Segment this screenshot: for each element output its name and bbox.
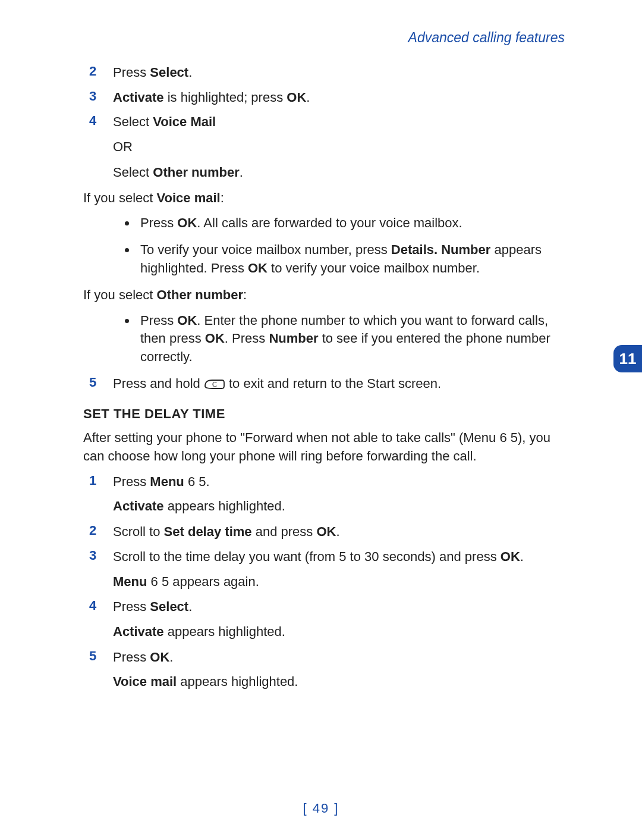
step-5-exit: 5 Press and hold C to exit and return to… bbox=[83, 375, 571, 393]
step-number: 4 bbox=[83, 113, 113, 128]
numbered-step: 2Scroll to Set delay time and press OK. bbox=[83, 523, 571, 541]
step-text: Press Menu 6 5. bbox=[113, 473, 571, 491]
step-number: 3 bbox=[83, 548, 113, 563]
c-key-icon: C bbox=[204, 375, 225, 393]
step-text-after: to exit and return to the Start screen. bbox=[229, 376, 441, 391]
numbered-step: 4Press Select. bbox=[83, 598, 571, 616]
or-line: OR bbox=[113, 138, 571, 156]
delay-intro: After setting your phone to "Forward whe… bbox=[83, 429, 571, 466]
step-text: Scroll to Set delay time and press OK. bbox=[113, 523, 571, 541]
numbered-step: 3Scroll to the time delay you want (from… bbox=[83, 548, 571, 566]
step-text: Scroll to the time delay you want (from … bbox=[113, 548, 571, 566]
step-number: 3 bbox=[83, 89, 113, 104]
section-heading: SET THE DELAY TIME bbox=[83, 406, 571, 422]
numbered-step: 1Press Menu 6 5. bbox=[83, 473, 571, 491]
step-text: Activate is highlighted; press OK. bbox=[113, 89, 571, 106]
numbered-step: 3Activate is highlighted; press OK. bbox=[83, 89, 571, 106]
step-number: 2 bbox=[83, 523, 113, 538]
step-number: 2 bbox=[83, 64, 113, 79]
chapter-header: Advanced calling features bbox=[83, 30, 571, 46]
svg-text:C: C bbox=[212, 380, 217, 388]
step-text: Select Voice Mail bbox=[113, 113, 571, 131]
step-text: Press OK. bbox=[113, 648, 571, 666]
step-sub-text: Activate appears highlighted. bbox=[113, 623, 571, 641]
numbered-step: 2Press Select. bbox=[83, 64, 571, 82]
if-other-number: If you select Other number: bbox=[83, 286, 571, 305]
step-number: 5 bbox=[83, 375, 113, 390]
bullet-item: To verify your voice mailbox number, pre… bbox=[137, 241, 571, 278]
select-other-line: Select Other number. bbox=[113, 164, 571, 182]
step-text: Press Select. bbox=[113, 598, 571, 616]
step-text-before: Press and hold bbox=[113, 376, 204, 391]
if-voice-mail: If you select Voice mail: bbox=[83, 189, 571, 208]
step-number: 4 bbox=[83, 598, 113, 613]
step-number: 5 bbox=[83, 648, 113, 664]
step-number: 1 bbox=[83, 473, 113, 488]
step-sub-text: Activate appears highlighted. bbox=[113, 497, 571, 516]
numbered-step: 4Select Voice Mail bbox=[83, 113, 571, 131]
bullet-item: Press OK. Enter the phone number to whic… bbox=[137, 312, 571, 366]
step-sub-text: Voice mail appears highlighted. bbox=[113, 673, 571, 691]
page-number: [ 49 ] bbox=[0, 801, 642, 816]
step-text: Press Select. bbox=[113, 64, 571, 82]
step-sub-text: Menu 6 5 appears again. bbox=[113, 573, 571, 591]
bullet-item: Press OK. All calls are forwarded to you… bbox=[137, 214, 571, 233]
numbered-step: 5Press OK. bbox=[83, 648, 571, 666]
